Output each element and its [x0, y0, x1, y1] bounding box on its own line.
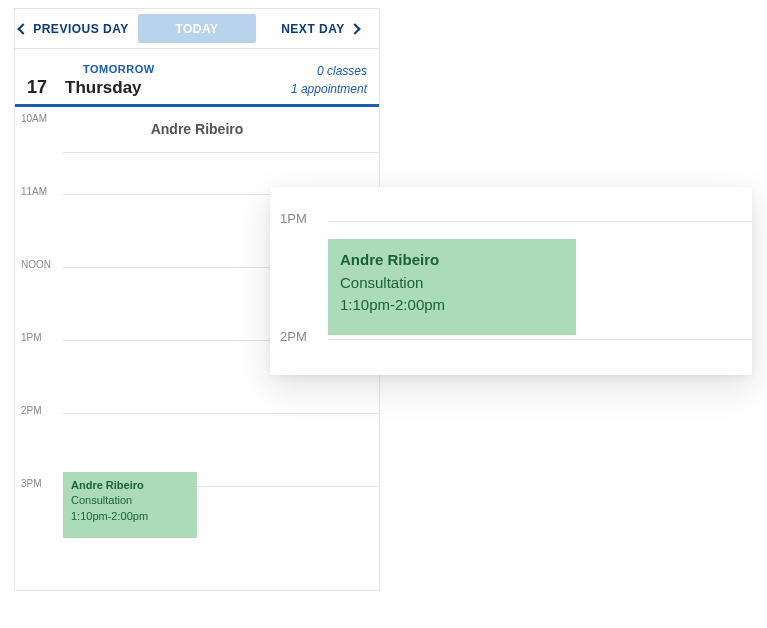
- appointment-block[interactable]: Andre Ribeiro Consultation 1:10pm-2:00pm: [63, 472, 197, 538]
- date-number: 17: [27, 77, 47, 98]
- previous-day-button[interactable]: PREVIOUS DAY: [15, 9, 133, 48]
- appointments-summary: 1 appointment: [291, 80, 367, 98]
- date-left: TOMORROW 17 Thursday: [27, 63, 155, 98]
- today-button[interactable]: TODAY: [138, 14, 256, 43]
- detail-hour-line: [328, 221, 752, 222]
- hour-label: 11AM: [15, 180, 63, 197]
- hour-line: [63, 152, 379, 153]
- hour-label: 2PM: [15, 399, 63, 416]
- hour-label: 1PM: [15, 326, 63, 343]
- detail-hour-label: 1PM: [270, 187, 328, 226]
- hour-label: NOON: [15, 253, 63, 270]
- relative-day-label: TOMORROW: [83, 63, 155, 75]
- classes-summary: 0 classes: [291, 62, 367, 80]
- hour-row-10am: 10AM: [15, 107, 379, 180]
- detail-card: 1PM 2PM Andre Ribeiro Consultation 1:10p…: [270, 187, 752, 375]
- previous-day-label: PREVIOUS DAY: [33, 22, 129, 36]
- appointment-name: Andre Ribeiro: [71, 478, 189, 493]
- appointment-type: Consultation: [340, 272, 564, 295]
- chevron-right-icon: [349, 23, 360, 34]
- next-day-button[interactable]: NEXT DAY: [261, 9, 379, 48]
- hour-label: 10AM: [15, 107, 63, 124]
- day-name: Thursday: [65, 78, 142, 98]
- appointment-block-large[interactable]: Andre Ribeiro Consultation 1:10pm-2:00pm: [328, 239, 576, 335]
- date-summary: 0 classes 1 appointment: [291, 62, 367, 98]
- hour-line: [63, 413, 379, 414]
- nav-bar: PREVIOUS DAY TODAY NEXT DAY: [15, 9, 379, 49]
- detail-hour-line: [328, 339, 752, 340]
- appointment-time: 1:10pm-2:00pm: [71, 509, 189, 524]
- next-day-label: NEXT DAY: [281, 22, 345, 36]
- date-header: TOMORROW 17 Thursday 0 classes 1 appoint…: [15, 49, 379, 107]
- appointment-type: Consultation: [71, 493, 189, 508]
- hour-label: 3PM: [15, 472, 63, 489]
- appointment-name: Andre Ribeiro: [340, 249, 564, 272]
- detail-hour-label: 2PM: [270, 289, 328, 344]
- hour-row-2pm: 2PM: [15, 399, 379, 472]
- detail-timeline[interactable]: 1PM 2PM Andre Ribeiro Consultation 1:10p…: [270, 187, 752, 375]
- appointment-time: 1:10pm-2:00pm: [340, 294, 564, 317]
- today-label: TODAY: [175, 22, 218, 36]
- chevron-left-icon: [18, 23, 29, 34]
